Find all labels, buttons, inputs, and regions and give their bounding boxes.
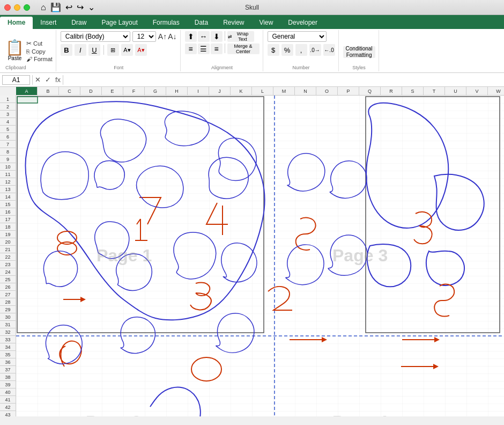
col-header-O[interactable]: O [316, 87, 338, 95]
col-header-C[interactable]: C [59, 87, 80, 95]
row-header-36[interactable]: 36 [0, 358, 16, 366]
row-header-10[interactable]: 10 [0, 163, 16, 171]
row-header-14[interactable]: 14 [0, 193, 16, 201]
row-header-23[interactable]: 23 [0, 261, 16, 268]
row-header-17[interactable]: 17 [0, 216, 16, 223]
more-icon[interactable]: ⌄ [88, 2, 95, 12]
row-header-7[interactable]: 7 [0, 141, 16, 148]
border-button[interactable]: ⊞ [107, 44, 119, 56]
row-header-27[interactable]: 27 [0, 291, 16, 298]
row-header-30[interactable]: 30 [0, 313, 16, 321]
comma-button[interactable]: , [295, 44, 307, 56]
row-header-42[interactable]: 42 [0, 404, 16, 411]
row-header-41[interactable]: 41 [0, 396, 16, 404]
col-header-E[interactable]: E [102, 87, 123, 95]
row-header-20[interactable]: 20 [0, 238, 16, 246]
decrease-decimal-button[interactable]: ←.0 [323, 44, 335, 56]
maximize-button[interactable] [24, 4, 30, 11]
col-header-T[interactable]: T [424, 87, 445, 95]
col-header-L[interactable]: L [252, 87, 273, 95]
col-header-H[interactable]: H [166, 87, 188, 95]
tab-review[interactable]: Review [216, 17, 251, 29]
formula-input[interactable] [65, 76, 502, 84]
row-header-22[interactable]: 22 [0, 253, 16, 261]
copy-button[interactable]: ⎘ Copy [26, 48, 53, 55]
font-size-increase[interactable]: A↑ [158, 32, 167, 41]
col-header-M[interactable]: M [273, 87, 295, 95]
row-header-5[interactable]: 5 [0, 126, 16, 133]
row-header-40[interactable]: 40 [0, 389, 16, 396]
row-header-19[interactable]: 19 [0, 231, 16, 238]
formula-cancel-icon[interactable]: ✕ [35, 76, 41, 84]
col-header-U[interactable]: U [445, 87, 466, 95]
row-header-28[interactable]: 28 [0, 298, 16, 306]
col-header-S[interactable]: S [402, 87, 424, 95]
formula-insert-icon[interactable]: fx [55, 76, 61, 84]
row-header-33[interactable]: 33 [0, 336, 16, 343]
wrap-text-button[interactable]: ⇌ Wrap Text [227, 31, 254, 42]
col-header-J[interactable]: J [209, 87, 231, 95]
align-middle-button[interactable]: ↔ [198, 31, 210, 42]
row-header-2[interactable]: 2 [0, 103, 16, 111]
row-header-9[interactable]: 9 [0, 156, 16, 163]
row-header-38[interactable]: 38 [0, 373, 16, 381]
col-header-D[interactable]: D [80, 87, 102, 95]
row-header-37[interactable]: 37 [0, 366, 16, 373]
col-header-A[interactable]: A [16, 87, 38, 95]
tab-home[interactable]: Home [0, 17, 33, 29]
increase-decimal-button[interactable]: .0→ [309, 44, 321, 56]
row-header-29[interactable]: 29 [0, 306, 16, 313]
conditional-formatting-button[interactable]: ConditionalFormatting [343, 46, 375, 58]
row-header-3[interactable]: 3 [0, 111, 16, 118]
minimize-button[interactable] [14, 4, 20, 11]
underline-button[interactable]: U [88, 44, 100, 56]
tab-view[interactable]: View [252, 17, 281, 29]
tab-developer[interactable]: Developer [280, 17, 325, 29]
percent-button[interactable]: % [281, 44, 293, 56]
align-left-button[interactable]: ≡ [185, 43, 197, 54]
row-header-21[interactable]: 21 [0, 246, 16, 253]
tab-draw[interactable]: Draw [64, 17, 94, 29]
tab-page-layout[interactable]: Page Layout [94, 17, 145, 29]
tab-formulas[interactable]: Formulas [145, 17, 187, 29]
row-header-43[interactable]: 43 [0, 411, 16, 416]
row-header-35[interactable]: 35 [0, 351, 16, 358]
home-icon[interactable]: ⌂ [41, 3, 46, 12]
row-header-8[interactable]: 8 [0, 148, 16, 156]
bold-button[interactable]: B [61, 44, 72, 56]
font-size-decrease[interactable]: A↓ [168, 32, 176, 41]
font-color-button[interactable]: A▾ [135, 44, 147, 56]
col-header-V[interactable]: V [466, 87, 488, 95]
cut-button[interactable]: ✂ Cut [26, 40, 53, 47]
row-header-1[interactable]: 1 [0, 96, 16, 103]
font-size-select[interactable]: 12 [132, 31, 156, 42]
font-family-select[interactable]: Calibri (Body) [61, 31, 130, 42]
col-header-Q[interactable]: Q [359, 87, 381, 95]
row-header-26[interactable]: 26 [0, 283, 16, 291]
tab-insert[interactable]: Insert [33, 17, 64, 29]
merge-center-button[interactable]: Merge & Center [227, 43, 260, 54]
row-header-24[interactable]: 24 [0, 268, 16, 276]
fill-color-button[interactable]: A▾ [121, 44, 133, 56]
row-header-32[interactable]: 32 [0, 328, 16, 336]
grid-area[interactable]: Page 1 Page 2 Page 3 Page 4 [16, 96, 504, 416]
row-header-11[interactable]: 11 [0, 171, 16, 178]
col-header-N[interactable]: N [295, 87, 316, 95]
tab-data[interactable]: Data [187, 17, 216, 29]
currency-button[interactable]: $ [268, 44, 279, 56]
row-header-25[interactable]: 25 [0, 276, 16, 283]
col-header-K[interactable]: K [231, 87, 252, 95]
row-header-16[interactable]: 16 [0, 208, 16, 216]
undo-icon[interactable]: ↩ [65, 2, 72, 12]
row-header-15[interactable]: 15 [0, 201, 16, 208]
col-header-F[interactable]: F [123, 87, 145, 95]
row-header-39[interactable]: 39 [0, 381, 16, 389]
col-header-R[interactable]: R [381, 87, 402, 95]
paste-button[interactable]: 📋 Paste [5, 40, 24, 61]
align-top-button[interactable]: ⬆ [185, 31, 197, 42]
col-header-B[interactable]: B [38, 87, 59, 95]
row-header-18[interactable]: 18 [0, 223, 16, 231]
row-header-4[interactable]: 4 [0, 118, 16, 126]
align-right-button[interactable]: ≡ [211, 43, 223, 54]
col-header-I[interactable]: I [188, 87, 209, 95]
